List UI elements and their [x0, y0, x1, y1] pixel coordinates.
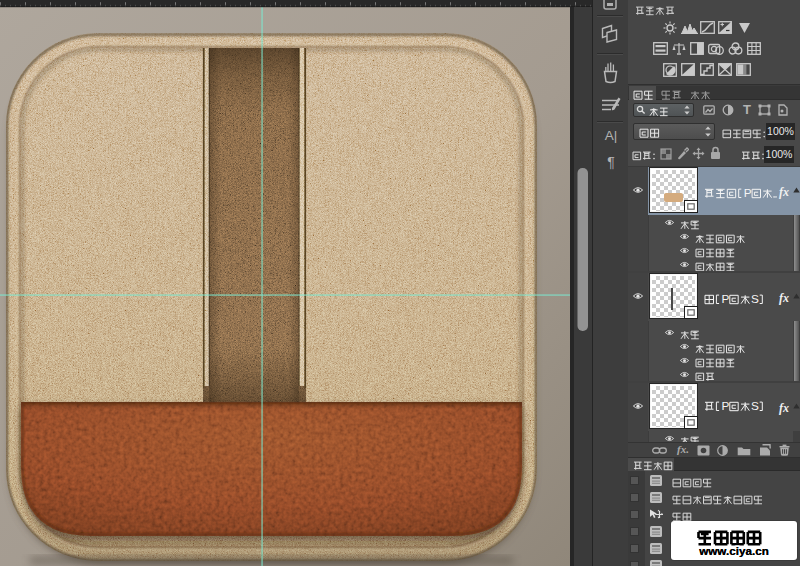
svg-text:www.ciya.cn: www.ciya.cn: [698, 544, 769, 557]
svg-text:S: S: [751, 292, 759, 306]
svg-text:P: P: [721, 399, 729, 413]
svg-text:P: P: [721, 292, 729, 306]
svg-text:S: S: [751, 399, 759, 413]
svg-text:P: P: [744, 186, 752, 200]
